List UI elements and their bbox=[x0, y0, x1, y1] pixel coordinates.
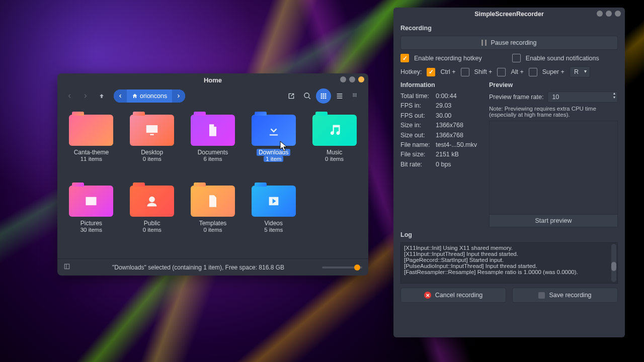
folder-public[interactable]: Public0 items bbox=[123, 184, 181, 251]
info-label: FPS out: bbox=[400, 111, 433, 121]
info-row: File name:test4-...50.mkv bbox=[400, 140, 481, 150]
path-forward-icon[interactable] bbox=[172, 89, 185, 103]
screenrecorder-window: SimpleScreenRecorder Recording Pause rec… bbox=[393, 8, 625, 337]
folder-music[interactable]: Music0 items bbox=[305, 113, 363, 180]
info-value: 1366x768 bbox=[436, 131, 463, 140]
window-minimize-button[interactable] bbox=[340, 76, 346, 82]
folder-grid: Canta-theme11 itemsDesktop0 itemsDocumen… bbox=[57, 106, 368, 258]
folder-templates[interactable]: Templates0 items bbox=[184, 184, 242, 251]
path-segment-home[interactable]: orioncons bbox=[127, 93, 172, 100]
zoom-slider[interactable] bbox=[322, 266, 362, 268]
hotkey-super-checkbox[interactable] bbox=[529, 68, 537, 76]
pause-recording-button[interactable]: Pause recording bbox=[400, 36, 618, 50]
folder-name: Canta-theme bbox=[74, 149, 109, 156]
folder-count: 30 items bbox=[80, 227, 102, 233]
folder-pictures[interactable]: Pictures30 items bbox=[62, 184, 120, 251]
screenrecorder-titlebar: SimpleScreenRecorder bbox=[393, 8, 625, 21]
information-panel: Information Total time:0:00:44FPS in:29.… bbox=[400, 81, 481, 227]
hotkey-label: Hotkey: bbox=[400, 68, 422, 75]
hotkey-shift-checkbox[interactable] bbox=[461, 68, 469, 76]
info-label: File size: bbox=[400, 150, 433, 159]
enable-sound-checkbox[interactable] bbox=[512, 54, 521, 62]
info-value: 2151 kB bbox=[436, 150, 459, 159]
info-value: 30.00 bbox=[436, 111, 451, 121]
folder-downloads[interactable]: Downloads1 item bbox=[245, 113, 302, 180]
enable-sound-label: Enable sound notifications bbox=[526, 55, 599, 62]
information-label: Information bbox=[400, 81, 481, 88]
folder-count: 0 items bbox=[143, 227, 162, 233]
status-bar: "Downloads" selected (containing 1 item)… bbox=[57, 258, 368, 276]
info-label: Total time: bbox=[400, 92, 433, 101]
save-recording-button[interactable]: Save recording bbox=[512, 288, 618, 303]
view-compact-icon[interactable] bbox=[348, 88, 363, 104]
pause-icon bbox=[481, 40, 487, 46]
folder-name: Public bbox=[144, 220, 160, 227]
info-label: Bit rate: bbox=[400, 160, 433, 169]
ssr-maximize-button[interactable] bbox=[606, 11, 612, 17]
file-manager-toolbar: orioncons bbox=[57, 86, 368, 106]
log-line: [PageRecord::StartInput] Started input. bbox=[404, 257, 614, 263]
view-list-icon[interactable] bbox=[332, 88, 347, 104]
log-line: [PulseAudioInput::InputThread] Input thr… bbox=[404, 263, 614, 269]
ssr-minimize-button[interactable] bbox=[597, 11, 603, 17]
log-line: [FastResampler::Resample] Resample ratio… bbox=[404, 269, 614, 275]
info-row: Total time:0:00:44 bbox=[400, 92, 481, 101]
folder-name: Desktop bbox=[141, 149, 163, 156]
info-row: FPS in:29.03 bbox=[400, 101, 481, 111]
cancel-recording-button[interactable]: ✕ Cancel recording bbox=[400, 288, 506, 303]
nav-forward-button[interactable] bbox=[78, 89, 93, 103]
path-back-icon[interactable] bbox=[114, 89, 127, 103]
window-close-button[interactable] bbox=[358, 76, 364, 82]
folder-count: 6 items bbox=[203, 156, 222, 162]
log-output[interactable]: [X11Input::Init] Using X11 shared memory… bbox=[400, 242, 618, 284]
info-value: 0 bps bbox=[436, 160, 451, 169]
path-bar[interactable]: orioncons bbox=[114, 89, 185, 103]
folder-count: 5 items bbox=[264, 227, 283, 233]
info-value: 29.03 bbox=[436, 101, 451, 111]
enable-hotkey-checkbox[interactable] bbox=[400, 54, 409, 62]
preview-area: Start preview bbox=[489, 121, 618, 227]
info-row: File size:2151 kB bbox=[400, 150, 481, 159]
sidebar-toggle-icon[interactable] bbox=[63, 263, 74, 272]
info-value: 0:00:44 bbox=[436, 92, 457, 101]
hotkey-ctrl-checkbox[interactable] bbox=[427, 68, 435, 76]
recording-label: Recording bbox=[400, 25, 618, 32]
info-row: FPS out:30.00 bbox=[400, 111, 481, 121]
folder-name: Documents bbox=[198, 149, 228, 156]
search-icon[interactable] bbox=[300, 88, 315, 104]
info-label: Size out: bbox=[400, 131, 433, 140]
nav-up-button[interactable] bbox=[95, 89, 109, 103]
preview-panel: Preview Preview frame rate: 10 Note: Pre… bbox=[489, 81, 618, 227]
hotkey-alt-checkbox[interactable] bbox=[497, 68, 506, 76]
folder-name: Downloads bbox=[257, 149, 290, 156]
hotkey-key-select[interactable]: R bbox=[570, 66, 590, 77]
info-value: test4-...50.mkv bbox=[436, 140, 477, 150]
folder-desktop[interactable]: Desktop0 items bbox=[123, 113, 181, 180]
info-label: Size in: bbox=[400, 121, 433, 130]
file-manager-titlebar: Home bbox=[57, 73, 368, 86]
info-label: FPS in: bbox=[400, 101, 433, 111]
cancel-icon: ✕ bbox=[424, 292, 431, 299]
log-line: [X11Input::Init] Using X11 shared memory… bbox=[404, 245, 614, 251]
folder-videos[interactable]: Videos5 items bbox=[245, 184, 302, 251]
info-value: 1366x768 bbox=[436, 121, 463, 130]
window-maximize-button[interactable] bbox=[349, 76, 355, 82]
info-row: Size out:1366x768 bbox=[400, 131, 481, 140]
preview-rate-input[interactable]: 10 bbox=[547, 92, 618, 103]
nav-back-button[interactable] bbox=[62, 89, 76, 103]
ssr-close-button[interactable] bbox=[615, 11, 621, 17]
log-scrollbar-thumb[interactable] bbox=[611, 262, 616, 271]
log-line: [X11Input::InputThread] Input thread sta… bbox=[404, 251, 614, 257]
folder-documents[interactable]: Documents6 items bbox=[184, 113, 242, 180]
folder-count: 0 items bbox=[143, 156, 162, 162]
folder-canta-theme[interactable]: Canta-theme11 items bbox=[62, 113, 120, 180]
view-grid-icon[interactable] bbox=[316, 88, 331, 104]
folder-name: Videos bbox=[265, 220, 283, 227]
enable-hotkey-label: Enable recording hotkey bbox=[414, 55, 482, 62]
preview-rate-label: Preview frame rate: bbox=[489, 94, 543, 101]
new-tab-icon[interactable] bbox=[284, 88, 299, 104]
preview-note: Note: Previewing requires extra CPU time… bbox=[489, 106, 618, 118]
folder-name: Templates bbox=[199, 220, 227, 227]
start-preview-button[interactable]: Start preview bbox=[490, 214, 617, 227]
folder-name: Music bbox=[327, 149, 342, 156]
